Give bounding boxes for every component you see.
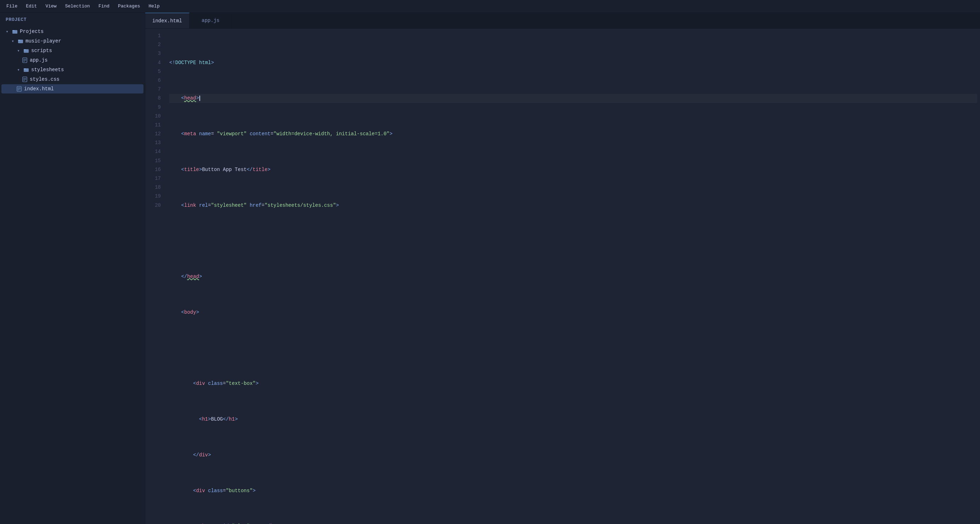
menu-edit[interactable]: Edit (22, 2, 40, 10)
folder-open-icon (17, 38, 24, 44)
sidebar-item-projects[interactable]: ▾ Projects (2, 27, 143, 36)
sidebar-item-styles-css[interactable]: styles.css (2, 75, 143, 84)
svg-rect-11 (24, 68, 26, 69)
tab-label-index-html: index.html (152, 18, 182, 24)
sidebar-title: Project (0, 13, 145, 27)
sidebar-item-stylesheets[interactable]: ▾ stylesheets (2, 65, 143, 75)
tab-label-app-js: app.js (202, 18, 219, 23)
code-line-3: <meta name= "viewport" content="width=de… (169, 130, 977, 138)
code-editor[interactable]: 1 2 3 4 5 6 7 8 9 10 11 12 13 14 15 16 1… (145, 29, 980, 524)
chevron-down-icon: ▾ (10, 38, 16, 44)
tabs-bar: index.html app.js (145, 13, 980, 29)
chevron-down-icon: ▾ (4, 28, 10, 35)
menu-packages[interactable]: Packages (115, 2, 143, 10)
tab-index-html[interactable]: index.html (145, 13, 189, 28)
menu-selection[interactable]: Selection (62, 2, 94, 10)
code-line-14: <button id="play"> OK </button> (169, 522, 977, 524)
code-line-11: <h1>BLOG</h1> (169, 415, 977, 424)
menu-find[interactable]: Find (95, 2, 113, 10)
code-line-4: <title>Button App Test</title> (169, 165, 977, 174)
line-numbers: 1 2 3 4 5 6 7 8 9 10 11 12 13 14 15 16 1… (145, 32, 167, 521)
menu-file[interactable]: File (3, 2, 21, 10)
chevron-down-icon: ▾ (16, 66, 21, 73)
folder-open-icon (23, 47, 30, 54)
sidebar-label-styles-css: styles.css (30, 76, 59, 82)
sidebar-label-music-player: music-player (25, 38, 61, 44)
code-line-7: </head> (169, 272, 977, 281)
menu-view[interactable]: View (42, 2, 60, 10)
sidebar-label-scripts: scripts (31, 48, 52, 54)
code-line-8: <body> (169, 308, 977, 317)
sidebar-item-index-html[interactable]: index.html (2, 84, 143, 94)
menubar: File Edit View Selection Find Packages H… (0, 0, 980, 13)
menu-help[interactable]: Help (145, 2, 163, 10)
code-line-1: <!DOCTYPE html> (169, 59, 977, 67)
folder-open-icon (11, 28, 18, 35)
folder-open-icon (23, 66, 30, 73)
file-icon (21, 57, 28, 64)
svg-rect-3 (18, 40, 20, 41)
sidebar-item-scripts[interactable]: ▾ scripts (2, 46, 143, 55)
code-line-5: <link rel="stylesheet" href="stylesheets… (169, 201, 977, 210)
file-icon (21, 76, 28, 83)
code-line-6 (169, 237, 977, 245)
file-icon (16, 85, 23, 92)
code-line-12: </div> (169, 451, 977, 460)
sidebar: Project ▾ Projects ▾ music-player (0, 13, 145, 524)
editor-area: index.html app.js 1 2 3 4 5 6 7 8 9 10 1… (145, 13, 980, 524)
tab-app-js[interactable]: app.js (189, 13, 232, 28)
chevron-down-icon: ▾ (16, 47, 21, 54)
sidebar-item-app-js[interactable]: app.js (2, 56, 143, 65)
code-content[interactable]: <!DOCTYPE html> <head> <meta name= "view… (167, 32, 980, 521)
code-line-10: <div class="text-box"> (169, 379, 977, 388)
sidebar-label-stylesheets: stylesheets (31, 67, 64, 73)
svg-rect-1 (13, 30, 14, 31)
code-line-13: <div class="buttons"> (169, 486, 977, 495)
sidebar-label-app-js: app.js (30, 57, 48, 63)
code-line-2: <head> (169, 94, 977, 103)
sidebar-label-index-html: index.html (24, 86, 54, 92)
main-layout: Project ▾ Projects ▾ music-player (0, 13, 980, 524)
sidebar-item-music-player[interactable]: ▾ music-player (2, 37, 143, 46)
code-line-9 (169, 344, 977, 353)
sidebar-label-projects: Projects (20, 29, 44, 34)
svg-rect-5 (24, 49, 26, 50)
